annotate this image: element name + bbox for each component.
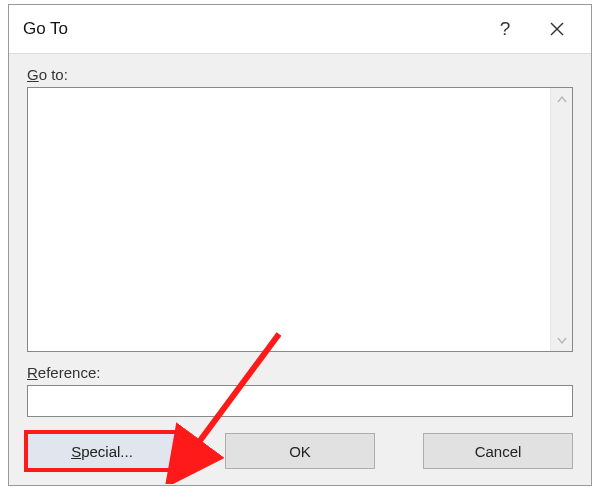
- close-icon: [549, 21, 565, 37]
- special-button[interactable]: Special...: [27, 433, 177, 469]
- reference-label: Reference:: [27, 364, 573, 381]
- reference-input[interactable]: [27, 385, 573, 417]
- help-button[interactable]: ?: [479, 9, 531, 49]
- dialog-body: Go to: Reference: Special... OK: [9, 53, 591, 485]
- scroll-down-icon[interactable]: [551, 329, 573, 351]
- button-row: Special... OK Cancel: [27, 433, 573, 471]
- close-button[interactable]: ✕: [531, 9, 583, 49]
- goto-label: Go to:: [27, 66, 573, 83]
- titlebar: Go To ? ✕: [9, 5, 591, 53]
- help-icon: ?: [500, 18, 511, 40]
- goto-listbox[interactable]: [27, 87, 573, 352]
- cancel-button[interactable]: Cancel: [423, 433, 573, 469]
- scrollbar[interactable]: [550, 88, 572, 351]
- goto-dialog: Go To ? ✕ Go to:: [8, 4, 592, 486]
- scroll-up-icon[interactable]: [551, 88, 573, 110]
- ok-button[interactable]: OK: [225, 433, 375, 469]
- dialog-title: Go To: [23, 19, 479, 39]
